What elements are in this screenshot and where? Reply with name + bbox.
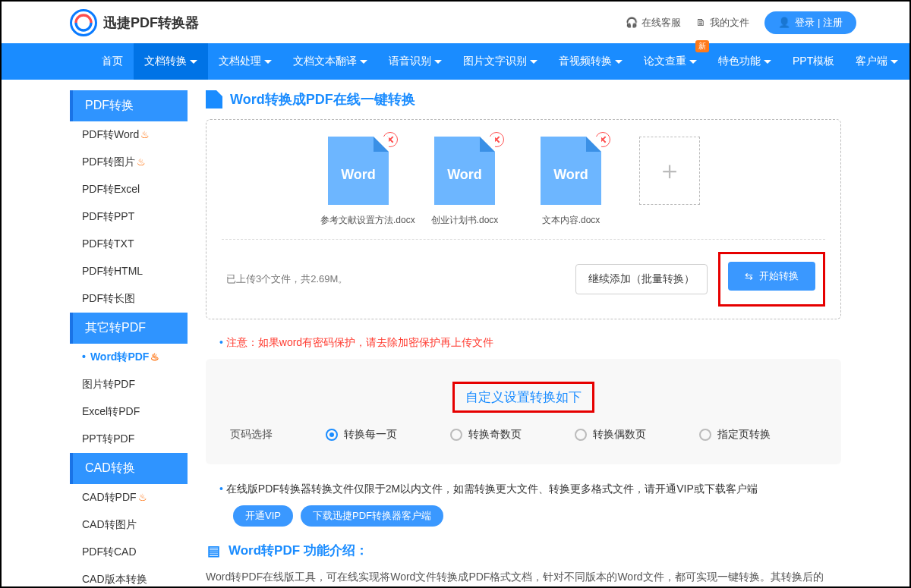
sidebar-item[interactable]: PDF转TXT bbox=[70, 231, 188, 258]
headset-icon: 🎧 bbox=[626, 17, 638, 28]
sidebar-item[interactable]: PDF转Excel bbox=[70, 176, 188, 203]
start-label: 开始转换 bbox=[759, 269, 799, 283]
radio-dot-icon bbox=[450, 429, 462, 441]
sidebar-item[interactable]: CAD转图片 bbox=[70, 511, 188, 539]
file-tile[interactable]: ✕Word创业计划书.docx bbox=[427, 137, 503, 227]
page-title: Word转换成PDF在线一键转换 bbox=[230, 90, 415, 108]
sidebar-item-label: 图片转PDF bbox=[82, 378, 135, 390]
login-label: 登录 | 注册 bbox=[795, 16, 843, 30]
page-option-radio[interactable]: 指定页转换 bbox=[699, 428, 771, 442]
sidebar-item-label: PDF转TXT bbox=[82, 237, 134, 250]
intro-heading: ▤ Word转PDF 功能介绍： bbox=[206, 542, 841, 559]
doc-type-label: Word bbox=[447, 167, 482, 183]
nav-label: 语音识别 bbox=[389, 55, 431, 68]
nav-item[interactable]: 文档转换 bbox=[134, 43, 208, 80]
brand-text: 迅捷PDF转换器 bbox=[103, 14, 199, 32]
nav-item[interactable]: 文档处理 bbox=[208, 43, 282, 80]
document-icon: 🗎 bbox=[696, 17, 706, 28]
page-select-row: 页码选择 转换每一页转换奇数页转换偶数页指定页转换 bbox=[218, 420, 829, 442]
file-name: 文本内容.docx bbox=[533, 214, 609, 227]
page-option-radio[interactable]: 转换每一页 bbox=[326, 428, 397, 442]
sidebar-item[interactable]: PDF转HTML bbox=[70, 258, 188, 285]
sidebar-item-label: PDF转图片 bbox=[82, 156, 135, 168]
chevron-down-icon bbox=[530, 60, 537, 64]
hot-icon: ♨ bbox=[140, 129, 150, 140]
sidebar-item-label: CAD转PDF bbox=[82, 491, 137, 503]
size-limit-tip: 在线版PDF转换器转换文件仅限于2M以内文件，如需转换更大文件、转换更多格式文件… bbox=[206, 483, 841, 527]
radio-label: 转换每一页 bbox=[344, 428, 397, 442]
sidebar-item-label: PDF转PPT bbox=[82, 210, 134, 222]
nav-item[interactable]: 特色功能 bbox=[708, 43, 782, 80]
tip-text: 在线版PDF转换器转换文件仅限于2M以内文件，如需转换更大文件、转换更多格式文件… bbox=[206, 483, 841, 496]
page-icon bbox=[206, 90, 222, 108]
user-icon: 👤 bbox=[778, 17, 790, 28]
sidebar: PDF转换PDF转Word♨PDF转图片♨PDF转ExcelPDF转PPTPDF… bbox=[70, 90, 188, 588]
page-option-radio[interactable]: 转换奇数页 bbox=[450, 428, 522, 442]
add-file-button[interactable]: ＋ bbox=[639, 137, 700, 205]
sidebar-item[interactable]: CAD版本转换 bbox=[70, 566, 188, 588]
login-button[interactable]: 👤 登录 | 注册 bbox=[764, 11, 856, 34]
radio-dot-icon bbox=[575, 429, 587, 441]
sidebar-item[interactable]: PDF转PPT bbox=[70, 203, 188, 231]
main-content: Word转换成PDF在线一键转换 ✕Word参考文献设置方法.docx✕Word… bbox=[203, 90, 841, 588]
brand[interactable]: 迅捷PDF转换器 bbox=[70, 9, 199, 36]
sidebar-item[interactable]: PDF转长图 bbox=[70, 285, 188, 313]
sidebar-item[interactable]: CAD转PDF♨ bbox=[70, 484, 188, 511]
nav-item[interactable]: 首页 bbox=[91, 43, 134, 80]
pill-row: 开通VIP下载迅捷PDF转换器客户端 bbox=[233, 505, 841, 527]
file-tile[interactable]: ✕Word参考文献设置方法.docx bbox=[320, 137, 396, 227]
my-files[interactable]: 🗎 我的文件 bbox=[696, 16, 749, 30]
sidebar-group-header: PDF转换 bbox=[70, 90, 188, 121]
file-tile[interactable]: ✕Word文本内容.docx bbox=[533, 137, 609, 227]
nav-item[interactable]: 语音识别 bbox=[378, 43, 452, 80]
sidebar-item[interactable]: Word转PDF♨ bbox=[70, 344, 188, 371]
sidebar-item[interactable]: PPT转PDF bbox=[70, 426, 188, 453]
nav-label: 音视频转换 bbox=[559, 55, 612, 68]
action-pill[interactable]: 下载迅捷PDF转换器客户端 bbox=[301, 505, 443, 527]
hot-icon: ♨ bbox=[138, 492, 147, 503]
sidebar-item-label: PPT转PDF bbox=[82, 432, 134, 445]
nav-item[interactable]: 客户端 bbox=[845, 43, 909, 80]
radio-label: 指定页转换 bbox=[717, 428, 771, 442]
nav-item[interactable]: 文档文本翻译 bbox=[282, 43, 378, 80]
chevron-down-icon bbox=[689, 60, 697, 64]
sidebar-item[interactable]: Excel转PDF bbox=[70, 398, 188, 426]
start-convert-button[interactable]: ⇆ 开始转换 bbox=[728, 262, 815, 291]
sidebar-item[interactable]: PDF转Word♨ bbox=[70, 121, 188, 149]
nav-item[interactable]: PPT模板 bbox=[782, 43, 845, 80]
top-right: 🎧 在线客服 🗎 我的文件 👤 登录 | 注册 bbox=[626, 11, 856, 34]
nav-item[interactable]: 图片文字识别 bbox=[452, 43, 548, 80]
settings-panel: 自定义设置转换如下 页码选择 转换每一页转换奇数页转换偶数页指定页转换 bbox=[206, 359, 841, 464]
sidebar-item-label: PDF转Excel bbox=[82, 183, 140, 195]
radio-dot-icon bbox=[699, 429, 711, 441]
nav-label: 图片文字识别 bbox=[463, 55, 527, 68]
logo-icon bbox=[70, 9, 97, 36]
sidebar-group-header: 其它转PDF bbox=[70, 313, 188, 344]
chevron-down-icon bbox=[764, 60, 771, 64]
page-option-radio[interactable]: 转换偶数页 bbox=[575, 428, 646, 442]
chevron-down-icon bbox=[190, 60, 197, 64]
nav-label: 客户端 bbox=[856, 55, 887, 68]
radio-label: 转换偶数页 bbox=[593, 428, 646, 442]
online-support[interactable]: 🎧 在线客服 bbox=[626, 16, 681, 30]
radio-dot-icon bbox=[326, 429, 338, 441]
nav-label: 文档处理 bbox=[219, 55, 261, 68]
nav-item[interactable]: 音视频转换 bbox=[548, 43, 633, 80]
action-pill[interactable]: 开通VIP bbox=[233, 505, 293, 527]
myfiles-label: 我的文件 bbox=[710, 16, 749, 30]
sidebar-item[interactable]: PDF转图片♨ bbox=[70, 149, 188, 176]
sidebar-item-label: CAD版本转换 bbox=[82, 573, 147, 585]
hot-icon: ♨ bbox=[150, 351, 159, 363]
page-title-row: Word转换成PDF在线一键转换 bbox=[206, 90, 841, 108]
start-callout: ⇆ 开始转换 bbox=[718, 252, 825, 307]
radio-label: 转换奇数页 bbox=[468, 428, 522, 442]
nav-item[interactable]: 论文查重新 bbox=[633, 43, 708, 80]
sidebar-item[interactable]: 图片转PDF bbox=[70, 371, 188, 398]
page-select-label: 页码选择 bbox=[230, 428, 273, 442]
file-name: 参考文献设置方法.docx bbox=[320, 214, 396, 227]
add-more-button[interactable]: 继续添加（批量转换） bbox=[575, 264, 708, 294]
sidebar-item[interactable]: PDF转CAD bbox=[70, 539, 188, 566]
chevron-down-icon bbox=[360, 60, 367, 64]
sidebar-item-label: Excel转PDF bbox=[82, 405, 140, 417]
chevron-down-icon bbox=[264, 60, 272, 64]
